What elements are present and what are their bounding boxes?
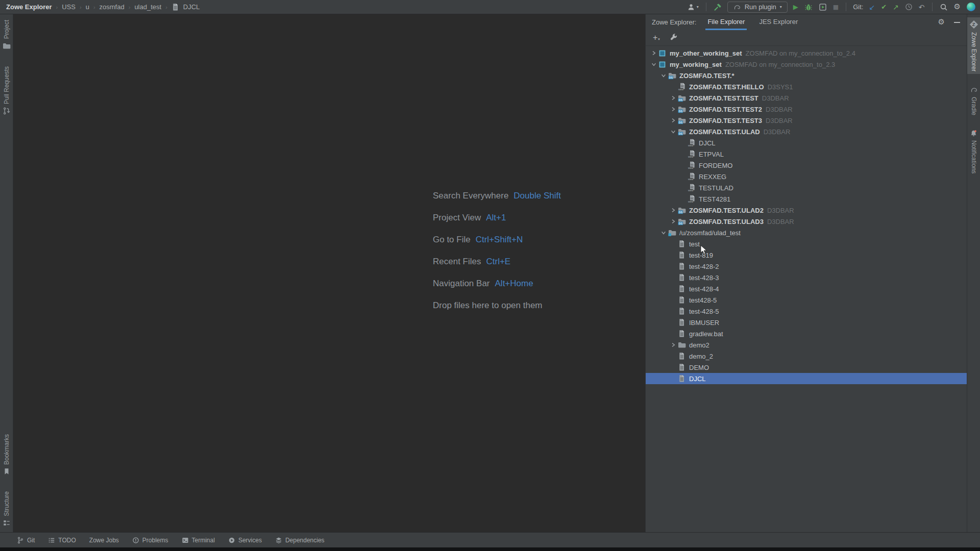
- tree-item-zosmfad-test-ulad2[interactable]: DSZOSMFAD.TEST.ULAD2D3DBAR: [646, 205, 967, 216]
- chevron-right-icon[interactable]: [649, 51, 658, 56]
- tree-item-test4281[interactable]: MEMTEST4281: [646, 193, 967, 205]
- statusbar-item-todo[interactable]: TODO: [41, 533, 82, 547]
- breadcrumb-item-uss[interactable]: USS: [62, 3, 76, 11]
- tree-item-test-428-5[interactable]: test-428-5: [646, 306, 967, 317]
- tree-item-my-working-set[interactable]: my_working_setZOSMFAD on my_connection_t…: [646, 59, 967, 70]
- chevron-right-icon[interactable]: [668, 219, 678, 224]
- chevron-down-icon[interactable]: [668, 129, 678, 134]
- tab-jes-explorer[interactable]: JES Explorer: [757, 14, 800, 30]
- breadcrumb-item-zowe-explorer[interactable]: Zowe Explorer: [6, 3, 52, 11]
- stripe-item-pull-requests[interactable]: Pull Requests: [0, 64, 13, 117]
- tree-item-u-zosmfad-ulad-test[interactable]: /u/zosmfad/ulad_test: [646, 227, 967, 238]
- run-configuration-select[interactable]: Run plugin ▾: [727, 2, 788, 13]
- tree-item-fordemo[interactable]: MEMFORDEMO: [646, 160, 967, 171]
- tree-item-test-819[interactable]: test-819: [646, 249, 967, 261]
- minimize-icon: [954, 22, 960, 23]
- chevron-down-icon[interactable]: [658, 230, 668, 235]
- tree-item-zosmfad-test-hello[interactable]: MEMZOSMFAD.TEST.HELLOD3SYS1: [646, 81, 967, 92]
- run-button[interactable]: ▶: [793, 3, 799, 11]
- tree-item-label: ZOSMFAD.TEST.ULAD2: [689, 207, 764, 214]
- git-push-button[interactable]: ↗: [892, 3, 899, 11]
- tree-item-rexxeg[interactable]: MEMREXXEG: [646, 171, 967, 182]
- tree-item-zosmfad-test[interactable]: DSZOSMFAD.TEST.*: [646, 70, 967, 81]
- breadcrumb-item-u[interactable]: u: [86, 3, 89, 11]
- tree-item-djcl[interactable]: MEMDJCL: [646, 137, 967, 148]
- tree-item-label: test-428-4: [689, 285, 719, 293]
- statusbar-item-git[interactable]: Git: [10, 533, 41, 547]
- arrow-down-left-icon: ↙: [869, 4, 875, 11]
- panel-tools-button[interactable]: [669, 33, 678, 42]
- chevron-down-icon[interactable]: [649, 62, 658, 67]
- stripe-item-zowe-explorer[interactable]: ZZowe Explorer: [967, 17, 980, 74]
- chevron-right-icon[interactable]: [668, 107, 678, 112]
- tab-file-explorer[interactable]: File Explorer: [705, 14, 747, 30]
- settings-button[interactable]: ⚙: [953, 3, 961, 11]
- stripe-item-label: Project: [3, 20, 10, 39]
- chevron-right-icon[interactable]: [668, 208, 678, 213]
- tree-item-ibmuser[interactable]: IBMUSER: [646, 317, 967, 328]
- add-working-set-button[interactable]: +▾: [652, 33, 660, 42]
- stripe-item-project[interactable]: Project: [0, 17, 13, 53]
- tree-item-demo2[interactable]: demo2: [646, 339, 967, 350]
- breadcrumb-item-ulad-test[interactable]: ulad_test: [134, 3, 161, 11]
- stripe-item-label: Pull Requests: [3, 66, 10, 104]
- tree-item-test[interactable]: test: [646, 238, 967, 249]
- svg-text:DS: DS: [679, 211, 683, 214]
- tree-item-gradlew-bat[interactable]: gradlew.bat: [646, 328, 967, 339]
- stripe-item-bookmarks[interactable]: Bookmarks: [0, 432, 13, 478]
- svg-text:MEM: MEM: [688, 156, 694, 158]
- chevron-right-icon[interactable]: [668, 118, 678, 123]
- tree-item-test-428-3[interactable]: test-428-3: [646, 272, 967, 283]
- tree-item-testulad[interactable]: MEMTESTULAD: [646, 182, 967, 193]
- statusbar-item-dependencies[interactable]: Dependencies: [268, 533, 331, 547]
- chevron-right-icon[interactable]: [668, 342, 678, 347]
- tree-item-djcl[interactable]: DJCL: [646, 373, 967, 384]
- user-profile-button[interactable]: ▾: [687, 3, 699, 12]
- ds-folder-icon: DS: [678, 128, 687, 136]
- statusbar-item-terminal[interactable]: Terminal: [175, 533, 222, 547]
- tree-item-etpval[interactable]: MEMETPVAL: [646, 148, 967, 160]
- git-history-button[interactable]: [904, 3, 913, 11]
- chevron-down-icon[interactable]: [658, 73, 668, 78]
- tree-item-test-428-2[interactable]: test-428-2: [646, 261, 967, 272]
- chevron-right-icon[interactable]: [668, 95, 678, 101]
- stripe-item-gradle[interactable]: Gradle: [967, 83, 980, 118]
- statusbar-item-problems[interactable]: Problems: [126, 533, 175, 547]
- statusbar-item-zowe-jobs[interactable]: Zowe Jobs: [83, 533, 126, 547]
- stripe-item-notifications[interactable]: Notifications: [967, 127, 980, 176]
- statusbar-item-services[interactable]: Services: [222, 533, 268, 547]
- ds-folder-icon: DS: [678, 217, 687, 226]
- svg-text:MEM: MEM: [688, 189, 694, 192]
- shortcut-keys: Double Shift: [513, 191, 561, 201]
- git-update-button[interactable]: ↙: [868, 3, 875, 11]
- stripe-item-structure[interactable]: Structure: [0, 489, 13, 529]
- tree-item-test-428-4[interactable]: test-428-4: [646, 283, 967, 294]
- panel-settings-button[interactable]: ⚙: [938, 18, 945, 27]
- tree-item-zosmfad-test-ulad[interactable]: DSZOSMFAD.TEST.ULADD3DBAR: [646, 126, 967, 137]
- ide-sphere-button[interactable]: [966, 2, 976, 12]
- stop-button[interactable]: ■: [832, 4, 839, 11]
- run-with-coverage-button[interactable]: [818, 3, 827, 12]
- file-icon: [678, 296, 687, 304]
- tree-item-demo-2[interactable]: demo_2: [646, 350, 967, 362]
- tree-item-zosmfad-test-test2[interactable]: DSZOSMFAD.TEST.TEST2D3DBAR: [646, 104, 967, 115]
- file-icon: [678, 374, 687, 383]
- breadcrumb-item-zosmfad[interactable]: zosmfad: [100, 3, 125, 11]
- git-commit-button[interactable]: ✔: [880, 3, 887, 11]
- tree-item-my-other-working-set[interactable]: my_other_working_setZOSMFAD on my_connec…: [646, 47, 967, 59]
- tree-item-test428-5[interactable]: test428-5: [646, 294, 967, 306]
- panel-toolbar: +▾: [646, 30, 967, 46]
- build-project-button[interactable]: [713, 3, 722, 12]
- tree-item-demo[interactable]: DEMO: [646, 362, 967, 373]
- breadcrumb-item-djcl[interactable]: DJCL: [183, 3, 200, 11]
- tree-item-label: ZOSMFAD.TEST.HELLO: [689, 83, 764, 91]
- tree-item-zosmfad-test-ulad3[interactable]: DSZOSMFAD.TEST.ULAD3D3DBAR: [646, 216, 967, 227]
- tree-item-zosmfad-test-test3[interactable]: DSZOSMFAD.TEST.TEST3D3DBAR: [646, 115, 967, 126]
- panel-minimize-button[interactable]: [953, 21, 961, 23]
- svg-text:DS: DS: [679, 110, 683, 113]
- stripe-item-label: Bookmarks: [3, 434, 10, 465]
- debug-button[interactable]: [804, 3, 813, 12]
- git-rollback-button[interactable]: ↶: [918, 3, 925, 11]
- search-everywhere-button[interactable]: [939, 3, 948, 12]
- tree-item-zosmfad-test-test[interactable]: DSZOSMFAD.TEST.TESTD3DBAR: [646, 92, 967, 104]
